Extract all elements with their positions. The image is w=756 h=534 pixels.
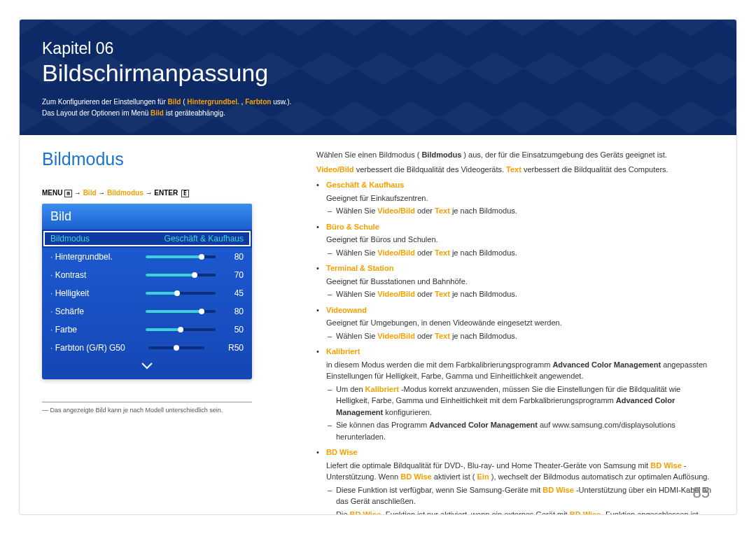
slider-row[interactable]: Hintergrundbel.80 xyxy=(42,248,252,266)
slider-track[interactable] xyxy=(146,310,216,313)
mode-item: Geschäft & KaufhausGeeignet für Einkaufs… xyxy=(316,179,714,217)
intro-paragraph-2: Video/Bild verbessert die Bildqualität d… xyxy=(316,164,714,176)
slider-label: Helligkeit xyxy=(50,288,146,298)
slider-track[interactable] xyxy=(146,328,216,331)
slider-value: 45 xyxy=(223,288,244,298)
slider-row[interactable]: Kontrast70 xyxy=(42,266,252,284)
slider-label: Schärfe xyxy=(50,307,146,316)
bildmodus-row[interactable]: Bildmodus Geschäft & Kaufhaus xyxy=(42,230,252,248)
intro-paragraph-1: Wählen Sie einen Bildmodus ( Bildmodus )… xyxy=(316,149,714,161)
mode-bdwise: BD Wise Liefert die optimale Bildqualitä… xyxy=(316,447,714,515)
mode-item: Terminal & StationGeeignet für Busstatio… xyxy=(316,262,714,300)
chapter-intro: Zum Konfigurieren der Einstellungen für … xyxy=(42,97,714,119)
slider-track[interactable] xyxy=(146,255,216,258)
slider-label: Kontrast xyxy=(50,270,146,280)
enter-icon: E xyxy=(181,190,189,197)
slider-track[interactable] xyxy=(146,292,216,295)
menu-btn-icon: m xyxy=(64,190,72,197)
mode-kalibriert: Kalibriert in diesem Modus werden die mi… xyxy=(316,346,714,442)
slider-value: 80 xyxy=(223,252,244,262)
bildmodus-value: Geschäft & Kaufhaus xyxy=(153,234,244,244)
slider-row[interactable]: Schärfe80 xyxy=(42,302,252,321)
page-number: 85 xyxy=(693,484,710,502)
section-title: Bildmodus xyxy=(42,149,294,169)
mode-item: Büro & SchuleGeeignet für Büros und Schu… xyxy=(316,221,714,259)
panel-title: Bild xyxy=(42,204,252,230)
description-column: Wählen Sie einen Bildmodus ( Bildmodus )… xyxy=(294,149,714,515)
chapter-kicker: Kapitel 06 xyxy=(42,39,714,58)
slider-value: 80 xyxy=(223,307,244,316)
farbton-row[interactable]: Farbton (G/R) G50 R50 xyxy=(42,339,252,357)
slider-label: Farbe xyxy=(50,325,146,335)
chevron-down-icon[interactable] xyxy=(42,357,252,374)
farbton-slider[interactable] xyxy=(148,346,204,349)
footnote: Das angezeigte Bild kann je nach Modell … xyxy=(42,407,294,414)
slider-row[interactable]: Farbe50 xyxy=(42,321,252,339)
bild-settings-panel: Bild Bildmodus Geschäft & Kaufhaus Hinte… xyxy=(42,204,252,379)
footnote-separator xyxy=(42,402,252,402)
slider-label: Hintergrundbel. xyxy=(50,252,146,262)
bildmodus-label: Bildmodus xyxy=(50,234,153,244)
slider-track[interactable] xyxy=(146,274,216,276)
chapter-title: Bildschirmanpassung xyxy=(42,59,714,87)
chapter-header: Kapitel 06 Bildschirmanpassung Zum Konfi… xyxy=(20,20,736,135)
slider-row[interactable]: Helligkeit45 xyxy=(42,284,252,302)
mode-item: VideowandGeeignet für Umgebungen, in den… xyxy=(316,304,714,342)
menu-path: MENU m → Bild → Bildmodus → ENTER E xyxy=(42,189,294,197)
slider-value: 50 xyxy=(223,325,244,335)
slider-value: 70 xyxy=(223,270,244,280)
